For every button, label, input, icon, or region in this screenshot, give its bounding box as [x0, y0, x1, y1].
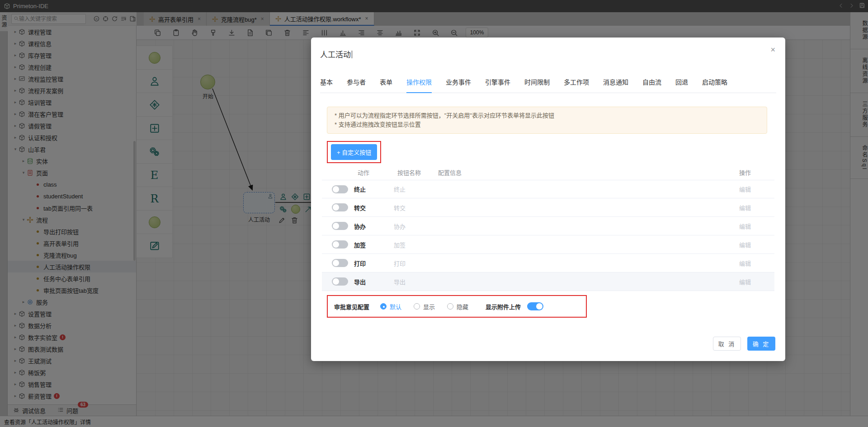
- radio-label: 隐藏: [457, 302, 468, 311]
- button-name: 协办: [394, 222, 434, 230]
- action-label: 终止: [354, 185, 394, 193]
- edit-link[interactable]: 编辑: [739, 277, 774, 286]
- button-name: 加签: [394, 240, 434, 249]
- button-name: 导出: [394, 277, 434, 286]
- attachment-upload-label: 显示附件上传: [486, 302, 521, 311]
- dialog-tab-时间限制[interactable]: 时间限制: [524, 77, 550, 93]
- dialog-tab-回退[interactable]: 回退: [675, 77, 688, 93]
- approval-config-label: 审批意见配置: [334, 302, 369, 311]
- close-icon[interactable]: ×: [770, 46, 775, 54]
- notice-line-2: * 支持通过拖拽改变按钮显示位置: [335, 120, 760, 129]
- enable-toggle-打印[interactable]: [332, 259, 348, 267]
- action-label: 打印: [354, 259, 394, 267]
- enable-toggle-导出[interactable]: [332, 277, 348, 286]
- action-label: 加签: [354, 240, 394, 249]
- enable-toggle-加签[interactable]: [332, 240, 348, 249]
- activity-settings-dialog: 人工活动 × 基本参与者表单操作权限业务事件引擎事件时间限制多工作项消息通知自由…: [311, 38, 785, 361]
- enable-toggle-终止[interactable]: [332, 185, 348, 193]
- action-label: 转交: [354, 203, 394, 212]
- column-header-action: 动作: [358, 168, 397, 177]
- column-header-name: 按钮名称: [397, 168, 438, 177]
- permission-row-打印: 打印打印编辑: [322, 254, 774, 272]
- button-name: 终止: [394, 185, 434, 193]
- edit-link[interactable]: 编辑: [739, 259, 774, 267]
- custom-button-annotation: + 自定义按钮: [327, 141, 381, 163]
- approval-config-annotation: 审批意见配置 默认显示隐藏 显示附件上传: [327, 295, 587, 318]
- dialog-tab-表单[interactable]: 表单: [380, 77, 392, 93]
- edit-link[interactable]: 编辑: [739, 240, 774, 249]
- dialog-tab-参与者[interactable]: 参与者: [347, 77, 366, 93]
- approval-radio-group: 默认显示隐藏: [380, 302, 468, 311]
- dialog-tab-操作权限[interactable]: 操作权限: [406, 77, 432, 93]
- enable-toggle-转交[interactable]: [332, 203, 348, 211]
- radio-显示[interactable]: 显示: [414, 302, 435, 311]
- confirm-button[interactable]: 确 定: [747, 337, 775, 351]
- permission-row-转交: 转交转交编辑: [322, 198, 774, 217]
- action-label: 导出: [354, 277, 394, 286]
- notice-box: * 用户可以为流程指定环节选择所需按钮，"开关启用"表示对应环节表单将显示此按钮…: [327, 107, 767, 134]
- permission-row-加签: 加签加签编辑: [322, 235, 774, 254]
- radio-dot: [380, 303, 387, 310]
- button-name: 打印: [394, 259, 434, 267]
- radio-隐藏[interactable]: 隐藏: [447, 302, 468, 311]
- dialog-tab-引擎事件[interactable]: 引擎事件: [485, 77, 510, 93]
- dialog-tab-自由流[interactable]: 自由流: [642, 77, 661, 93]
- dialog-tab-业务事件[interactable]: 业务事件: [446, 77, 471, 93]
- button-name: 转交: [394, 203, 434, 212]
- column-header-operation: 操作: [739, 168, 774, 177]
- edit-link[interactable]: 编辑: [739, 185, 774, 193]
- edit-link[interactable]: 编辑: [739, 203, 774, 212]
- radio-dot: [414, 303, 420, 310]
- dialog-tab-bar: 基本参与者表单操作权限业务事件引擎事件时间限制多工作项消息通知自由流回退启动策略: [320, 77, 776, 93]
- column-header-config: 配置信息: [438, 168, 739, 177]
- dialog-tab-基本[interactable]: 基本: [320, 77, 333, 93]
- permission-row-协办: 协办协办编辑: [322, 217, 774, 235]
- radio-默认[interactable]: 默认: [380, 302, 401, 311]
- notice-line-1: * 用户可以为流程指定环节选择所需按钮，"开关启用"表示对应环节表单将显示此按钮: [335, 111, 760, 120]
- attachment-upload-toggle[interactable]: [527, 302, 543, 310]
- dialog-footer: 取 消 确 定: [713, 337, 775, 351]
- app-window: Primeton-IDE 资源 AI ▸课程管理▸课程信息▸库存管理▸流程创建▸…: [0, 0, 868, 427]
- radio-dot: [447, 303, 453, 310]
- dialog-tab-多工作项[interactable]: 多工作项: [564, 77, 589, 93]
- edit-link[interactable]: 编辑: [739, 222, 774, 230]
- permission-row-终止: 终止终止编辑: [322, 180, 774, 198]
- dialog-tab-消息通知[interactable]: 消息通知: [603, 77, 628, 93]
- cancel-button[interactable]: 取 消: [713, 337, 741, 351]
- add-custom-button[interactable]: + 自定义按钮: [331, 144, 377, 160]
- action-label: 协办: [354, 222, 394, 230]
- dialog-title: 人工活动: [320, 48, 352, 60]
- permission-row-导出: 导出导出编辑: [322, 272, 774, 291]
- button-permission-list: 终止终止编辑转交转交编辑协办协办编辑加签加签编辑打印打印编辑导出导出编辑: [322, 180, 774, 292]
- dialog-tab-启动策略[interactable]: 启动策略: [702, 77, 727, 93]
- radio-label: 显示: [423, 302, 435, 311]
- radio-label: 默认: [390, 302, 401, 311]
- text-caret: [352, 51, 352, 58]
- enable-toggle-协办[interactable]: [332, 222, 348, 230]
- table-header: 动作 按钮名称 配置信息 操作: [322, 167, 774, 178]
